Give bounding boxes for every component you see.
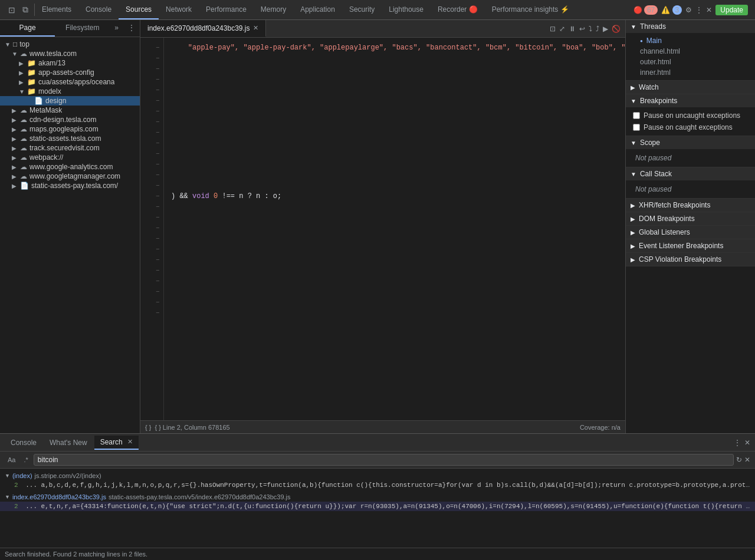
global-listeners-header[interactable]: ▶ Global Listeners: [626, 226, 755, 239]
editor-deactivate-icon[interactable]: 🚫: [612, 25, 621, 33]
bottom-tab-whats-new[interactable]: What's New: [44, 436, 93, 449]
search-result-1-1[interactable]: 2 ... a,b,c,d,e,f,g,h,i,j,k,l,m,n,o,p,q,…: [0, 480, 755, 490]
bottom-tab-console[interactable]: Console: [5, 436, 42, 449]
csp-header[interactable]: ▶ CSP Violation Breakpoints: [626, 253, 755, 266]
tree-item-cdn-design[interactable]: ▶ ☁ cdn-design.tesla.com: [0, 115, 140, 124]
editor-tab-close[interactable]: ✕: [253, 24, 258, 32]
tab-performance[interactable]: Performance: [199, 0, 254, 19]
thread-inner[interactable]: inner.html: [626, 67, 755, 78]
search-group-1-header[interactable]: ▼ (index) js.stripe.com/v2/(index): [0, 471, 755, 480]
tab-sources[interactable]: Sources: [119, 0, 159, 19]
tree-item-cua[interactable]: ▶ 📁 cua/assets/apps/oceana: [0, 77, 140, 87]
tree-item-google-tag[interactable]: ▶ ☁ www.googletagmanager.com: [0, 172, 140, 181]
group1-file-label[interactable]: (index): [12, 472, 32, 479]
inspect-icon[interactable]: ⊡: [6, 4, 18, 16]
sidebar-menu-icon[interactable]: ⋮: [123, 20, 140, 37]
tree-item-google-analytics[interactable]: ▶ ☁ www.google-analytics.com: [0, 162, 140, 172]
folder-icon-app-assets: 📁: [27, 68, 36, 77]
bottom-tab-search[interactable]: Search ✕: [94, 436, 139, 450]
dom-header[interactable]: ▶ DOM Breakpoints: [626, 212, 755, 225]
search-clear-icon[interactable]: ✕: [744, 456, 750, 464]
cursor-position: { } Line 2, Column 678165: [155, 424, 229, 431]
format-icon[interactable]: { }: [145, 424, 151, 431]
search-input[interactable]: [38, 456, 730, 464]
editor-tab-main[interactable]: index.e62970dd8df0a243bc39.js ✕: [140, 20, 266, 37]
dom-arrow: ▶: [631, 216, 635, 222]
settings-icon[interactable]: ⚙: [685, 6, 692, 14]
tab-network[interactable]: Network: [159, 0, 199, 19]
editor-pause-icon[interactable]: ⏸: [569, 25, 576, 33]
group2-file-label[interactable]: index.e62970dd8df0a243bc39.js: [12, 493, 106, 500]
tree-label-metamask: MetaMask: [29, 106, 62, 114]
sidebar-tab-filesystem[interactable]: Filesystem: [55, 20, 110, 37]
editor-step-over-icon[interactable]: ↩: [579, 25, 585, 33]
search-tab-close[interactable]: ✕: [127, 438, 133, 446]
watch-label: Watch: [639, 83, 659, 91]
case-sensitive-button[interactable]: Aa: [5, 454, 18, 465]
threads-label: Threads: [640, 22, 666, 31]
tree-item-akam[interactable]: ▶ 📁 akam/13: [0, 58, 140, 68]
tree-label-design: design: [45, 97, 66, 105]
pause-uncaught-item[interactable]: Pause on uncaught exceptions: [626, 110, 755, 121]
pause-uncaught-checkbox[interactable]: [633, 112, 640, 119]
code-line-empty2: [171, 64, 625, 74]
editor-dock-icon[interactable]: ⤢: [559, 25, 565, 33]
close-icon[interactable]: ✕: [706, 6, 712, 14]
tree-item-modelx[interactable]: ▼ 📁 modelx: [0, 87, 140, 96]
tree-label-webpack: webpack://: [29, 153, 63, 162]
dom-label: DOM Breakpoints: [639, 215, 695, 223]
tab-lighthouse[interactable]: Lighthouse: [382, 0, 431, 19]
editor-step-out-icon[interactable]: ⤴: [596, 25, 599, 33]
scope-header[interactable]: ▼ Scope: [626, 136, 755, 149]
editor-resume-icon[interactable]: ▶: [603, 25, 608, 33]
tree-item-metamask[interactable]: ▶ ☁ MetaMask: [0, 106, 140, 115]
tab-performance-insights[interactable]: Performance insights ⚡: [485, 0, 576, 19]
watch-header[interactable]: ▶ Watch: [626, 81, 755, 94]
global-listeners-section: ▶ Global Listeners: [626, 226, 755, 239]
event-listener-header[interactable]: ▶ Event Listener Breakpoints: [626, 239, 755, 252]
sidebar-tab-page[interactable]: Page: [0, 20, 55, 37]
sidebar-tabs-more[interactable]: »: [110, 20, 123, 37]
tree-item-static-pay[interactable]: ▶ 📄 static-assets-pay.tesla.com/: [0, 181, 140, 190]
csp-label: CSP Violation Breakpoints: [639, 255, 721, 263]
breakpoints-header[interactable]: ▼ Breakpoints: [626, 94, 755, 107]
update-button[interactable]: Update: [715, 5, 748, 15]
thread-outer[interactable]: outer.html: [626, 57, 755, 67]
tree-item-maps[interactable]: ▶ ☁ maps.googleapis.com: [0, 124, 140, 134]
search-refresh-icon[interactable]: ↻: [736, 456, 742, 464]
xhr-header[interactable]: ▶ XHR/fetch Breakpoints: [626, 199, 755, 212]
tab-application[interactable]: Application: [293, 0, 342, 19]
tree-item-design[interactable]: 📄 design: [0, 96, 140, 106]
tree-item-top[interactable]: ▼ □ top: [0, 39, 140, 49]
tab-security[interactable]: Security: [342, 0, 382, 19]
bottom-settings-icon[interactable]: ⋮: [734, 439, 741, 447]
thread-main[interactable]: Main: [626, 35, 755, 46]
pause-caught-checkbox[interactable]: [633, 124, 640, 131]
result-2-1-line: 2: [14, 503, 18, 510]
threads-header[interactable]: ▼ Threads: [626, 20, 755, 33]
bottom-close-icon[interactable]: ✕: [744, 439, 750, 447]
tree-item-app-assets[interactable]: ▶ 📁 app-assets-config: [0, 68, 140, 77]
device-toggle-icon[interactable]: ⧉: [20, 4, 31, 16]
tab-console[interactable]: Console: [78, 0, 119, 19]
tree-item-webpack[interactable]: ▶ ☁ webpack://: [0, 153, 140, 162]
regex-button[interactable]: .*: [21, 454, 31, 465]
call-stack-header[interactable]: ▼ Call Stack: [626, 167, 755, 180]
nav-tabs: Elements Console Sources Network Perform…: [35, 0, 629, 19]
tree-item-track[interactable]: ▶ ☁ track.securedvisit.com: [0, 143, 140, 153]
tab-recorder[interactable]: Recorder 🔴: [431, 0, 485, 19]
cloud-icon-metamask: ☁: [20, 106, 27, 114]
search-group-2-header[interactable]: ▼ index.e62970dd8df0a243bc39.js static-a…: [0, 492, 755, 502]
tree-item-www-tesla[interactable]: ▼ ☁ www.tesla.com: [0, 49, 140, 58]
group2-arrow: ▼: [5, 494, 10, 500]
tab-elements[interactable]: Elements: [35, 0, 78, 19]
code-content[interactable]: "apple-pay", "apple-pay-dark", "applepay…: [164, 38, 625, 420]
search-result-2-1[interactable]: 2 ... e,t,n,r,a={43314:function(e,t,n){"…: [0, 502, 755, 511]
editor-split-icon[interactable]: ⊡: [550, 25, 556, 33]
thread-channel[interactable]: channel.html: [626, 46, 755, 57]
tab-memory[interactable]: Memory: [254, 0, 293, 19]
more-icon[interactable]: ⋮: [695, 6, 703, 14]
tree-item-static-assets[interactable]: ▶ ☁ static-assets.tesla.com: [0, 134, 140, 143]
editor-step-into-icon[interactable]: ⤵: [589, 25, 592, 33]
pause-caught-item[interactable]: Pause on caught exceptions: [626, 121, 755, 133]
